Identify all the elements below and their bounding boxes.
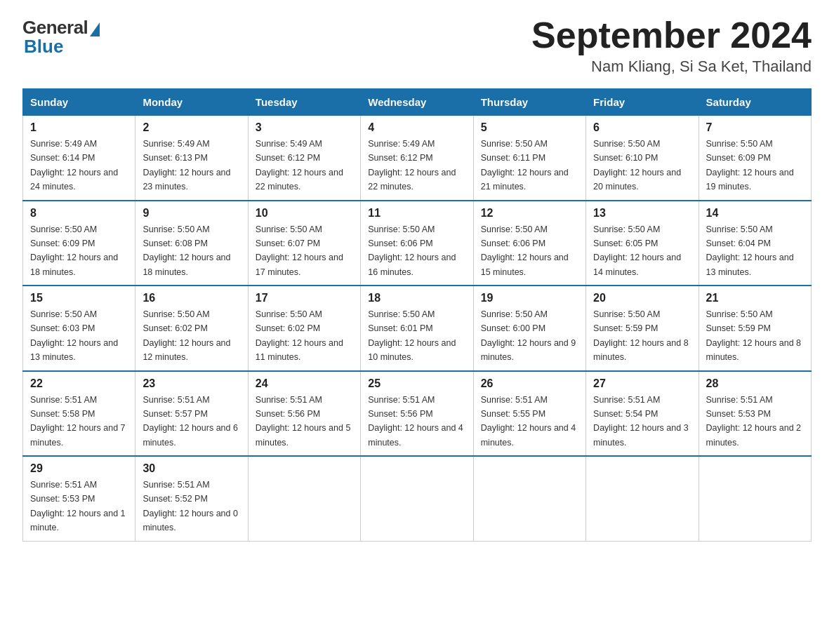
day-number: 1 [30, 121, 128, 134]
day-info: Sunrise: 5:50 AMSunset: 6:06 PMDaylight:… [481, 224, 569, 277]
calendar-cell: 24 Sunrise: 5:51 AMSunset: 5:56 PMDaylig… [248, 371, 360, 457]
logo: General Blue [22, 17, 100, 58]
day-number: 22 [30, 377, 128, 390]
day-info: Sunrise: 5:50 AMSunset: 6:03 PMDaylight:… [30, 309, 118, 362]
weekday-header-monday: Monday [135, 89, 248, 116]
day-number: 17 [256, 292, 353, 304]
day-info: Sunrise: 5:50 AMSunset: 6:11 PMDaylight:… [481, 139, 569, 192]
calendar-cell: 3 Sunrise: 5:49 AMSunset: 6:12 PMDayligh… [248, 116, 360, 201]
calendar-cell: 22 Sunrise: 5:51 AMSunset: 5:58 PMDaylig… [23, 371, 135, 457]
day-info: Sunrise: 5:50 AMSunset: 6:02 PMDaylight:… [256, 309, 343, 362]
weekday-header-wednesday: Wednesday [361, 89, 473, 116]
weekday-header-friday: Friday [586, 89, 699, 116]
calendar-cell: 21 Sunrise: 5:50 AMSunset: 5:59 PMDaylig… [699, 286, 811, 371]
day-number: 19 [481, 292, 578, 304]
calendar-cell [361, 456, 473, 541]
calendar-cell: 16 Sunrise: 5:50 AMSunset: 6:02 PMDaylig… [135, 286, 248, 371]
weekday-header-saturday: Saturday [699, 89, 811, 116]
day-number: 3 [256, 121, 353, 134]
calendar-cell: 12 Sunrise: 5:50 AMSunset: 6:06 PMDaylig… [473, 201, 585, 286]
calendar-cell: 15 Sunrise: 5:50 AMSunset: 6:03 PMDaylig… [23, 286, 135, 371]
calendar-cell: 5 Sunrise: 5:50 AMSunset: 6:11 PMDayligh… [473, 116, 585, 201]
day-info: Sunrise: 5:50 AMSunset: 6:02 PMDaylight:… [143, 309, 230, 362]
day-info: Sunrise: 5:50 AMSunset: 6:04 PMDaylight:… [706, 224, 794, 277]
calendar-table: SundayMondayTuesdayWednesdayThursdayFrid… [22, 88, 812, 542]
calendar-cell: 29 Sunrise: 5:51 AMSunset: 5:53 PMDaylig… [23, 456, 135, 541]
day-info: Sunrise: 5:51 AMSunset: 5:52 PMDaylight:… [143, 480, 238, 532]
day-info: Sunrise: 5:50 AMSunset: 5:59 PMDaylight:… [593, 309, 689, 362]
calendar-cell: 28 Sunrise: 5:51 AMSunset: 5:53 PMDaylig… [699, 371, 811, 457]
calendar-cell [473, 456, 585, 541]
page-header: General Blue September 2024 Nam Kliang, … [22, 17, 812, 76]
day-info: Sunrise: 5:50 AMSunset: 6:06 PMDaylight:… [368, 224, 456, 277]
month-year-title: September 2024 [531, 17, 812, 53]
calendar-cell: 9 Sunrise: 5:50 AMSunset: 6:08 PMDayligh… [135, 201, 248, 286]
week-row-3: 15 Sunrise: 5:50 AMSunset: 6:03 PMDaylig… [23, 286, 812, 371]
day-number: 23 [143, 377, 240, 390]
day-number: 30 [143, 462, 240, 475]
day-info: Sunrise: 5:49 AMSunset: 6:12 PMDaylight:… [368, 139, 456, 192]
day-info: Sunrise: 5:51 AMSunset: 5:58 PMDaylight:… [30, 395, 126, 448]
calendar-cell: 27 Sunrise: 5:51 AMSunset: 5:54 PMDaylig… [586, 371, 699, 457]
day-number: 16 [143, 292, 240, 304]
calendar-cell [248, 456, 360, 541]
day-info: Sunrise: 5:50 AMSunset: 6:07 PMDaylight:… [256, 224, 343, 277]
day-number: 24 [256, 377, 353, 390]
day-info: Sunrise: 5:51 AMSunset: 5:55 PMDaylight:… [481, 395, 576, 448]
calendar-cell: 11 Sunrise: 5:50 AMSunset: 6:06 PMDaylig… [361, 201, 473, 286]
calendar-cell: 10 Sunrise: 5:50 AMSunset: 6:07 PMDaylig… [248, 201, 360, 286]
calendar-cell: 17 Sunrise: 5:50 AMSunset: 6:02 PMDaylig… [248, 286, 360, 371]
weekday-header-row: SundayMondayTuesdayWednesdayThursdayFrid… [23, 89, 812, 116]
day-number: 4 [368, 121, 465, 134]
calendar-cell: 4 Sunrise: 5:49 AMSunset: 6:12 PMDayligh… [361, 116, 473, 201]
day-info: Sunrise: 5:50 AMSunset: 6:09 PMDaylight:… [30, 224, 118, 277]
day-info: Sunrise: 5:50 AMSunset: 6:05 PMDaylight:… [593, 224, 681, 277]
day-number: 26 [481, 377, 578, 390]
weekday-header-thursday: Thursday [473, 89, 585, 116]
calendar-cell: 23 Sunrise: 5:51 AMSunset: 5:57 PMDaylig… [135, 371, 248, 457]
calendar-cell: 13 Sunrise: 5:50 AMSunset: 6:05 PMDaylig… [586, 201, 699, 286]
day-number: 8 [30, 207, 128, 220]
week-row-2: 8 Sunrise: 5:50 AMSunset: 6:09 PMDayligh… [23, 201, 812, 286]
day-info: Sunrise: 5:50 AMSunset: 5:59 PMDaylight:… [706, 309, 802, 362]
day-info: Sunrise: 5:50 AMSunset: 6:00 PMDaylight:… [481, 309, 576, 362]
week-row-4: 22 Sunrise: 5:51 AMSunset: 5:58 PMDaylig… [23, 371, 812, 457]
day-info: Sunrise: 5:51 AMSunset: 5:53 PMDaylight:… [706, 395, 802, 448]
day-number: 14 [706, 207, 804, 220]
day-number: 12 [481, 207, 578, 220]
calendar-cell: 19 Sunrise: 5:50 AMSunset: 6:00 PMDaylig… [473, 286, 585, 371]
day-info: Sunrise: 5:50 AMSunset: 6:09 PMDaylight:… [706, 139, 794, 192]
day-info: Sunrise: 5:51 AMSunset: 5:54 PMDaylight:… [593, 395, 689, 448]
day-number: 21 [706, 292, 804, 304]
calendar-cell: 20 Sunrise: 5:50 AMSunset: 5:59 PMDaylig… [586, 286, 699, 371]
day-number: 27 [593, 377, 691, 390]
day-number: 15 [30, 292, 128, 304]
calendar-cell [699, 456, 811, 541]
location-subtitle: Nam Kliang, Si Sa Ket, Thailand [531, 58, 812, 76]
day-number: 6 [593, 121, 691, 134]
calendar-cell: 18 Sunrise: 5:50 AMSunset: 6:01 PMDaylig… [361, 286, 473, 371]
day-info: Sunrise: 5:51 AMSunset: 5:57 PMDaylight:… [143, 395, 238, 448]
day-info: Sunrise: 5:50 AMSunset: 6:10 PMDaylight:… [593, 139, 681, 192]
calendar-cell: 25 Sunrise: 5:51 AMSunset: 5:56 PMDaylig… [361, 371, 473, 457]
day-number: 9 [143, 207, 240, 220]
day-info: Sunrise: 5:51 AMSunset: 5:56 PMDaylight:… [368, 395, 463, 448]
day-info: Sunrise: 5:51 AMSunset: 5:53 PMDaylight:… [30, 480, 126, 532]
calendar-cell: 1 Sunrise: 5:49 AMSunset: 6:14 PMDayligh… [23, 116, 135, 201]
week-row-5: 29 Sunrise: 5:51 AMSunset: 5:53 PMDaylig… [23, 456, 812, 541]
calendar-cell: 14 Sunrise: 5:50 AMSunset: 6:04 PMDaylig… [699, 201, 811, 286]
day-number: 7 [706, 121, 804, 134]
calendar-cell: 7 Sunrise: 5:50 AMSunset: 6:09 PMDayligh… [699, 116, 811, 201]
calendar-cell: 6 Sunrise: 5:50 AMSunset: 6:10 PMDayligh… [586, 116, 699, 201]
day-info: Sunrise: 5:49 AMSunset: 6:13 PMDaylight:… [143, 139, 230, 192]
day-info: Sunrise: 5:49 AMSunset: 6:12 PMDaylight:… [256, 139, 343, 192]
day-number: 10 [256, 207, 353, 220]
day-number: 2 [143, 121, 240, 134]
day-number: 5 [481, 121, 578, 134]
day-number: 28 [706, 377, 804, 390]
week-row-1: 1 Sunrise: 5:49 AMSunset: 6:14 PMDayligh… [23, 116, 812, 201]
calendar-cell: 8 Sunrise: 5:50 AMSunset: 6:09 PMDayligh… [23, 201, 135, 286]
day-number: 25 [368, 377, 465, 390]
day-info: Sunrise: 5:50 AMSunset: 6:08 PMDaylight:… [143, 224, 230, 277]
day-number: 29 [30, 462, 128, 475]
